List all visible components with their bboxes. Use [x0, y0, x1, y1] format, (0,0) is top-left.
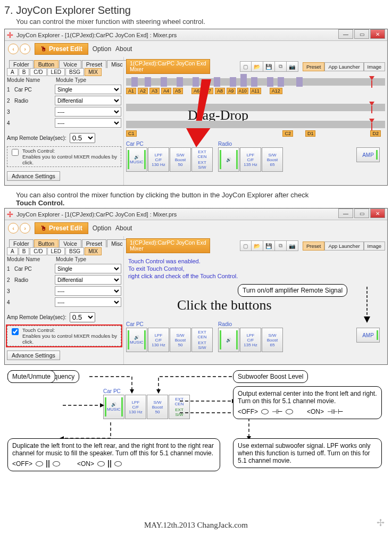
- mixer-amp[interactable]: AMP: [356, 147, 380, 162]
- right-pane-1: 1(CPJexd):CarPC JoyCon ExdMixer ▢ 📂 💾 ⧉ …: [124, 57, 387, 185]
- hdr-type: Module Type: [56, 77, 86, 83]
- preset-edit-button[interactable]: 🖱 Preset Edit: [35, 222, 88, 234]
- timeline-strip-a: [126, 78, 385, 86]
- mini-toolbar: ▢ 📂 💾 ⧉ 📷: [240, 61, 298, 72]
- mid-text: You can also control the mixer function …: [16, 191, 388, 207]
- nav-fwd-icon[interactable]: ›: [20, 44, 30, 54]
- arrow-amp-icon: [362, 287, 372, 324]
- min-button[interactable]: —: [338, 209, 353, 218]
- rtab-image[interactable]: Image: [364, 62, 385, 71]
- tab-folder[interactable]: Folder: [9, 60, 34, 68]
- tab-button[interactable]: Button: [34, 60, 59, 68]
- sub-tabs: A B C/D LED BSG MIX: [7, 68, 121, 76]
- timeline-strip-c: [126, 121, 385, 128]
- mixer-boost-1[interactable]: S/WBoost50: [170, 328, 191, 352]
- mixer-lpf-1[interactable]: LPFC/F130 Hz: [148, 147, 169, 172]
- titlebar: ✢ JoyCon Explorer - [1(CPJexd):CarPC Joy…: [5, 29, 387, 41]
- mixer-boost-2[interactable]: S/WBoost65: [262, 147, 283, 172]
- rtab-preset[interactable]: Preset: [303, 62, 324, 71]
- max-button[interactable]: ▭: [354, 209, 369, 218]
- amp-delay-select[interactable]: 0.5: [70, 133, 95, 143]
- nav-back-fwd[interactable]: ‹ ›: [8, 44, 30, 54]
- subtab-b[interactable]: B: [19, 68, 30, 76]
- mini-camera-icon[interactable]: 📷: [287, 61, 298, 72]
- mod-row-4: 4 ----: [7, 118, 121, 128]
- mixer-mute[interactable]: 🔊MUSIC: [126, 328, 147, 352]
- bottom-diagram: LPF Cutoff Frequency Mute/Unmute Subwoof…: [4, 370, 388, 530]
- preset-edit-button[interactable]: 🖱 Preset Edit: [35, 43, 88, 55]
- nav-back-icon[interactable]: ‹: [8, 44, 19, 54]
- mixer-amp[interactable]: AMP: [356, 328, 380, 343]
- mod-type-4[interactable]: ----: [55, 118, 121, 128]
- hdr-name: Module Name: [7, 77, 52, 83]
- mixer-lpf-2[interactable]: LPFC/F135 Hz: [240, 147, 261, 172]
- mod-type-2[interactable]: Differential: [55, 96, 121, 105]
- logo-icon: ✢: [377, 517, 385, 529]
- mixer-radio-mute[interactable]: 🔊: [218, 147, 239, 172]
- menu-about[interactable]: About: [115, 45, 132, 53]
- click-buttons-label: Click the buttons: [177, 297, 272, 313]
- desc-dup: Duplicate the left front to the left rea…: [7, 438, 220, 471]
- menu-option[interactable]: Option: [93, 224, 111, 232]
- touch-enabled-msg: Touch Control was enabled. To exit Touch…: [128, 257, 385, 280]
- amp-delay-label: Amp Remote Delay(sec):: [7, 135, 66, 141]
- mini-copy-icon[interactable]: ⧉: [275, 61, 287, 72]
- mixer-boost-1[interactable]: S/WBoost50: [170, 147, 191, 172]
- context-label: 1(CPJexd):CarPC JoyCon ExdMixer: [126, 59, 210, 74]
- subtab-cd[interactable]: C/D: [30, 68, 46, 76]
- menu-about[interactable]: About: [115, 224, 132, 232]
- min-button[interactable]: —: [338, 29, 353, 39]
- mini-open-icon[interactable]: 📂: [252, 61, 263, 72]
- right-pane-2: 1(CPJexd):CarPC JoyCon ExdMixer ▢ 📂 💾 ⧉ …: [124, 236, 387, 364]
- mod-type-1[interactable]: Single: [55, 85, 121, 94]
- left-pane: Folder Button Voice Preset Misc FW A B C…: [5, 57, 124, 185]
- mini-save-icon[interactable]: 💾: [263, 61, 275, 72]
- advance-settings-button[interactable]: Advance Settings: [7, 171, 60, 181]
- mixer-mute[interactable]: 🔊MUSIC: [126, 147, 147, 172]
- section-sub: You can control the mixer function with …: [16, 18, 388, 26]
- app-icon: ✢: [7, 210, 13, 219]
- mixer-ext-1[interactable]: EXT CENEXT S/W: [191, 328, 213, 352]
- mod-row-1: 1 Car PC Single: [7, 85, 121, 94]
- axis-a-row: A1 A2 A3 A4 A5 A6 A7 A8 A9 A10 A11 A12: [126, 88, 385, 94]
- mod-type-3[interactable]: ----: [55, 107, 121, 116]
- touch-checkbox[interactable]: [12, 328, 19, 335]
- grp-radio: Radio: [218, 141, 283, 147]
- footer: MAY.12th.2013 ChangJack.com: [4, 521, 388, 530]
- close-button[interactable]: ✕: [370, 29, 385, 39]
- grp-carpc: Car PC: [126, 141, 213, 147]
- mixer-lpf-1[interactable]: LPFC/F130 Hz: [148, 328, 169, 352]
- desc-extcen: Output external center into the front le…: [233, 386, 382, 419]
- desc-extsw: Use external subwoofer signal. LPF works…: [233, 438, 382, 468]
- callout-amp: Turn on/off amplifier Remote Signal: [238, 284, 347, 297]
- subtab-led[interactable]: LED: [47, 68, 65, 76]
- mod-row-3: 3 ----: [7, 107, 121, 116]
- tab-voice[interactable]: Voice: [59, 60, 81, 68]
- callout-sub: Subwoofer Boost Level: [233, 370, 308, 383]
- mini-new-icon[interactable]: ▢: [240, 61, 252, 72]
- window-2: ✢ JoyCon Explorer - [1(CPJexd):CarPC Joy…: [4, 208, 388, 365]
- touch-control-box-checked[interactable]: Touch Control: Enables you to control MI…: [7, 326, 121, 346]
- rtab-app[interactable]: App Launcher: [324, 62, 363, 71]
- top-tabs: Folder Button Voice Preset Misc FW: [7, 59, 121, 68]
- window-title: JoyCon Explorer - [1(CPJexd):CarPC JoyCo…: [16, 32, 177, 38]
- nav-back-fwd[interactable]: ‹›: [8, 223, 30, 234]
- max-button[interactable]: ▭: [354, 29, 369, 39]
- subtab-a[interactable]: A: [7, 68, 18, 76]
- app-icon: ✢: [7, 31, 13, 39]
- timeline-strip-b: [126, 104, 385, 111]
- joystick-icon: 🖱: [40, 45, 47, 53]
- tab-preset[interactable]: Preset: [82, 60, 106, 68]
- section-heading: 7. JoyCon Explorer Setting: [4, 4, 388, 16]
- touch-control-box[interactable]: Touch Control: Enables you to control MI…: [7, 146, 121, 167]
- advance-settings-button[interactable]: Advance Settings: [7, 351, 60, 360]
- menu-option[interactable]: Option: [93, 45, 111, 53]
- mod-row-2: 2 Radio Differential: [7, 96, 121, 105]
- subtab-mix[interactable]: MIX: [85, 68, 102, 76]
- joystick-icon: 🖱: [40, 224, 47, 232]
- axis-c-row: C1 C2 D1 D2: [126, 130, 385, 137]
- close-button[interactable]: ✕: [370, 209, 385, 218]
- subtab-bsg[interactable]: BSG: [65, 68, 84, 76]
- mixer-ext-1[interactable]: EXT CEN EXT S/W: [191, 147, 213, 172]
- touch-checkbox[interactable]: [12, 149, 19, 156]
